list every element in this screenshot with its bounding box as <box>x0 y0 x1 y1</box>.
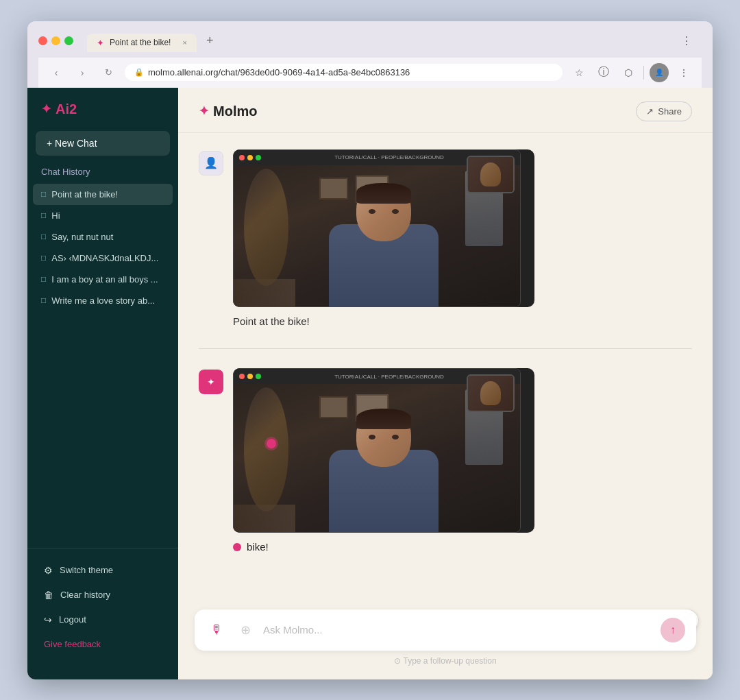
reload-button[interactable]: ↻ <box>99 63 118 82</box>
ai-avatar-icon: ✦ <box>207 376 215 387</box>
history-item[interactable]: □ Hi <box>33 205 173 226</box>
user-avatar-icon: 👤 <box>204 156 218 169</box>
history-item-icon: □ <box>41 232 46 241</box>
browser-controls-bar: ‹ › ↻ 🔒 molmo.allenai.org/chat/963de0d0-… <box>38 58 702 88</box>
history-item[interactable]: □ I am a boy at an all boys ... <box>33 269 173 290</box>
browser-actions: ☆ ⓘ ⬡ 👤 ⋮ <box>569 63 693 82</box>
chat-history-section-label: Chat History <box>27 167 178 184</box>
address-bar[interactable]: 🔒 molmo.allenai.org/chat/963de0d0-9069-4… <box>125 64 563 81</box>
send-button[interactable]: ↑ <box>661 618 685 642</box>
new-chat-label: + New Chat <box>47 138 97 149</box>
input-container: 🎙 ⊕ ↑ <box>195 610 696 651</box>
chat-history-list: □ Point at the bike! 🗑 □ Hi □ Say, nut n… <box>27 184 178 548</box>
logout-icon: ↪ <box>44 614 52 625</box>
attach-icon: ⊕ <box>241 623 251 638</box>
main-bottom-area: ↓ 🎙 ⊕ ↑ ⊙ Type a follow-u <box>178 599 713 679</box>
ai2-logo-icon: ✦ <box>41 101 51 117</box>
browser-menu-dots[interactable]: ⋮ <box>674 63 693 82</box>
history-item[interactable]: □ Say, nut nut nut <box>33 226 173 248</box>
bike-annotation-point <box>267 439 276 448</box>
info-button[interactable]: ⓘ <box>594 63 613 82</box>
ai-message: ✦ TUTORIAL/CALL · PEOPLE/B <box>199 368 692 555</box>
ai-annotated-image: TUTORIAL/CALL · PEOPLE/BACKGROUND <box>233 368 534 533</box>
back-button[interactable]: ‹ <box>47 63 66 82</box>
sidebar-bottom-actions: ⚙ Switch theme 🗑 Clear history ↪ Logout … <box>27 548 178 666</box>
theme-icon: ⚙ <box>44 565 53 576</box>
follow-up-hint: ⊙ Type a follow-up question <box>195 656 696 666</box>
history-item-text: Hi <box>51 210 164 221</box>
main-content: ✦ Molmo ↗ Share 👤 <box>178 88 713 679</box>
feedback-label: Give feedback <box>44 639 101 649</box>
logout-button[interactable]: ↪ Logout <box>36 609 170 631</box>
history-item[interactable]: □ Point at the bike! 🗑 <box>33 184 173 205</box>
history-item-text: I am a boy at an all boys ... <box>51 274 164 285</box>
toolbar-yellow-dot <box>247 374 253 379</box>
close-traffic-light[interactable] <box>38 36 47 45</box>
app-title: ✦ Molmo <box>199 104 257 119</box>
clear-history-button[interactable]: 🗑 Clear history <box>36 584 170 606</box>
main-header: ✦ Molmo ↗ Share <box>178 88 713 133</box>
user-uploaded-image: TUTORIAL/CALL · PEOPLE/BACKGROUND <box>233 149 534 307</box>
user-message-content: TUTORIAL/CALL · PEOPLE/BACKGROUND <box>233 149 692 330</box>
bookmark-button[interactable]: ☆ <box>569 63 589 82</box>
history-item-icon: □ <box>41 295 46 305</box>
share-button[interactable]: ↗ Share <box>636 101 692 121</box>
history-item-icon: □ <box>41 274 46 284</box>
extensions-button[interactable]: ⬡ <box>619 63 638 82</box>
tab-favicon-icon: ✦ <box>97 38 104 48</box>
url-text: molmo.allenai.org/chat/963de0d0-9069-4a1… <box>148 67 410 77</box>
toolbar-red-dot <box>239 155 245 160</box>
input-area: 🎙 ⊕ ↑ ⊙ Type a follow-up question <box>178 599 713 679</box>
tab-title: Point at the bike! <box>110 38 171 47</box>
annotation-dot-indicator <box>233 543 241 551</box>
active-tab[interactable]: ✦ Point at the bike! × <box>87 34 197 52</box>
history-item[interactable]: □ AS› ‹MDNASKJdnaLKDJ... <box>33 248 173 269</box>
profile-button[interactable]: 👤 <box>650 63 669 82</box>
toolbar-red-dot <box>239 374 245 379</box>
browser-menu-icon[interactable]: ⋮ <box>677 31 696 50</box>
new-tab-button[interactable]: + <box>199 29 221 52</box>
fullscreen-traffic-light[interactable] <box>64 36 73 45</box>
user-message: 👤 TUTORIAL/CALL · PEOPLE/ <box>199 149 692 330</box>
lock-icon: 🔒 <box>134 68 144 77</box>
toolbar-green-dot <box>256 155 261 160</box>
switch-theme-button[interactable]: ⚙ Switch theme <box>36 559 170 581</box>
clear-history-label: Clear history <box>60 590 110 600</box>
history-item-text: Say, nut nut nut <box>51 232 164 242</box>
share-icon: ↗ <box>646 106 654 117</box>
clear-icon: 🗑 <box>44 590 53 601</box>
sidebar: ✦ Ai2 + New Chat Chat History □ Point at… <box>27 88 178 679</box>
tab-bar: ✦ Point at the bike! × + <box>87 29 221 52</box>
history-item-icon: □ <box>41 189 46 199</box>
share-label: Share <box>658 106 682 117</box>
user-avatar: 👤 <box>199 151 223 176</box>
browser-chrome: ✦ Point at the bike! × + ⋮ ‹ › ↻ 🔒 molmo… <box>27 21 713 88</box>
browser-window: ✦ Point at the bike! × + ⋮ ‹ › ↻ 🔒 molmo… <box>27 21 713 679</box>
toolbar-divider <box>643 66 644 80</box>
history-item[interactable]: □ Write me a love story ab... <box>33 290 173 311</box>
history-item-text: AS› ‹MDNASKJdnaLKDJ... <box>51 253 164 263</box>
microphone-button[interactable]: 🎙 <box>206 619 227 641</box>
pip-video <box>467 156 515 193</box>
history-item-text: Point at the bike! <box>51 189 151 200</box>
tab-close-icon[interactable]: × <box>183 38 187 47</box>
send-icon: ↑ <box>670 624 676 636</box>
attach-image-button[interactable]: ⊕ <box>234 619 256 641</box>
forward-button[interactable]: › <box>73 63 92 82</box>
ai-response-word: bike! <box>247 540 269 555</box>
ai-response-text: bike! <box>233 540 692 555</box>
new-chat-button[interactable]: + New Chat <box>36 131 170 156</box>
microphone-icon: 🎙 <box>210 623 223 637</box>
chat-input[interactable] <box>263 624 654 636</box>
history-item-text: Write me a love story ab... <box>51 295 164 306</box>
minimize-traffic-light[interactable] <box>51 36 60 45</box>
history-item-icon: □ <box>41 210 46 220</box>
traffic-lights <box>38 36 73 45</box>
history-item-icon: □ <box>41 253 46 263</box>
ai-message-content: TUTORIAL/CALL · PEOPLE/BACKGROUND <box>233 368 692 555</box>
molmo-logo-icon: ✦ <box>199 104 209 119</box>
user-message-text: Point at the bike! <box>233 314 692 330</box>
feedback-button[interactable]: Give feedback <box>36 633 170 655</box>
chat-area: 👤 TUTORIAL/CALL · PEOPLE/ <box>178 133 713 599</box>
ai-pip-video <box>467 374 515 412</box>
